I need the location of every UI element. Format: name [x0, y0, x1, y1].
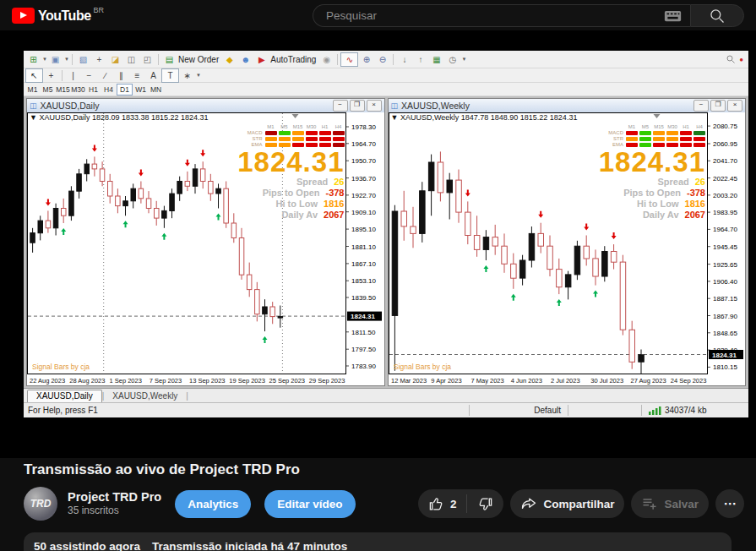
shapes-icon[interactable]: ∗ [179, 69, 195, 82]
chart-daily-body[interactable]: 1978.301964.701950.701936.701922.701909.… [27, 112, 384, 385]
shapes-icon-caret[interactable]: ▼ [196, 73, 201, 78]
timeframe-d1[interactable]: D1 [117, 84, 133, 95]
mt-status-bar: For Help, press F1 Default 34037/4 kb [24, 402, 748, 417]
svg-text:2003.20: 2003.20 [713, 192, 737, 199]
zoom-box-icon[interactable]: ◰ [139, 53, 155, 66]
notifications-icon[interactable]: ◉ [318, 53, 334, 66]
svg-text:1983.95: 1983.95 [713, 209, 737, 216]
restore-button[interactable]: ❐ [710, 100, 726, 112]
metatrader-window: ⊞▼▣▼▧+◪◫◰▤New Order◆☻▶AutoTrading◉∿⊕⊖↓↑▦… [24, 51, 748, 413]
live-description-box[interactable]: 50 assistindo agora Transmissão iniciada… [24, 532, 732, 551]
chart-icon: ◫ [391, 101, 399, 110]
svg-text:1964.70: 1964.70 [713, 226, 737, 233]
search-button[interactable] [690, 4, 744, 27]
text-icon[interactable]: A [145, 69, 161, 82]
label-icon[interactable]: T [161, 68, 179, 83]
more-actions-button[interactable]: ⋯ [715, 489, 744, 518]
svg-text:1848.65: 1848.65 [713, 330, 737, 337]
timeframe-m1[interactable]: M1 [25, 85, 40, 95]
trendline-icon[interactable]: ∕ [97, 69, 113, 82]
chart-weekly-titlebar[interactable]: ◫ XAUUSD,Weekly − ❐ × [389, 99, 746, 112]
timeframe-h4[interactable]: H4 [101, 85, 116, 95]
like-button[interactable]: 2 [418, 489, 467, 518]
dislike-button[interactable] [467, 489, 503, 518]
profiles-icon-caret[interactable]: ▼ [64, 57, 69, 62]
tile-windows-icon[interactable]: ▦ [428, 53, 444, 66]
indicators-icon[interactable]: ∿ [340, 52, 358, 67]
big-price: 1824.31 [599, 148, 705, 177]
search-field[interactable] [313, 4, 690, 27]
period-icon-caret[interactable]: ▼ [461, 57, 466, 62]
search-input[interactable] [313, 8, 690, 23]
save-button[interactable]: Salvar [631, 489, 709, 518]
share-button[interactable]: Compartilhar [510, 489, 624, 518]
timeframe-m15[interactable]: M15 [56, 85, 70, 95]
expert-advisors-icon[interactable]: ◆ [221, 53, 237, 66]
mt-chart-area: ◫ XAUUSD,Daily − ❐ × 1978.301964.701950.… [24, 96, 748, 388]
svg-text:1945.45: 1945.45 [713, 243, 737, 251]
svg-text:1895.10: 1895.10 [351, 226, 376, 233]
stat-pips-to-open: Pips to Open-378 [237, 188, 344, 199]
stat-daily-av: Daily Av2067 [599, 210, 705, 221]
edit-video-button[interactable]: Editar vídeo [264, 490, 355, 518]
close-button[interactable]: × [727, 100, 742, 112]
svg-text:1950.70: 1950.70 [351, 157, 376, 165]
templates-icon[interactable]: ◪ [107, 53, 123, 66]
timeframe-m5[interactable]: M5 [41, 85, 55, 95]
sort-up-icon[interactable]: ↑ [412, 53, 428, 66]
close-button[interactable]: × [367, 100, 382, 112]
search-bar [313, 4, 744, 27]
vline-icon[interactable]: | [65, 69, 81, 82]
traffic-text: 34037/4 kb [665, 406, 707, 415]
youtube-header: YouTube BR [0, 0, 756, 30]
svg-text:1922.70: 1922.70 [351, 192, 376, 199]
minimize-button[interactable]: − [333, 100, 348, 112]
youtube-play-icon [12, 8, 35, 24]
terminal-icon[interactable]: ☻ [237, 53, 253, 66]
timeframe-m30[interactable]: M30 [71, 85, 85, 95]
restore-button[interactable]: ❐ [350, 100, 365, 112]
channel-avatar[interactable]: TRD [24, 487, 57, 521]
new-order-button[interactable]: ▤ [161, 53, 177, 66]
toolbar-separator [72, 54, 73, 65]
crosshair-tool-icon[interactable]: + [91, 53, 107, 66]
hline-icon[interactable]: − [81, 69, 97, 82]
new-order-button-label[interactable]: New Order [178, 55, 219, 64]
search-icon[interactable] [726, 54, 736, 64]
svg-text:9 Apr 2023: 9 Apr 2023 [431, 377, 461, 385]
status-profile[interactable]: Default [469, 405, 568, 416]
crosshair-icon[interactable]: + [43, 69, 59, 82]
autotrading-button[interactable]: ▶ [253, 53, 269, 66]
zoom-out-icon[interactable]: ⊖ [374, 53, 390, 66]
fibonacci-icon[interactable]: ≡ [129, 69, 145, 82]
chart-daily-title: XAUUSD,Daily [41, 101, 100, 111]
timeframe-h1[interactable]: H1 [86, 85, 101, 95]
thumbs-up-icon [428, 496, 444, 512]
stat-spread: Spread26 [237, 177, 344, 188]
autotrading-button-label[interactable]: AutoTrading [270, 55, 316, 64]
zoom-in-icon[interactable]: ⊕ [358, 53, 374, 66]
keyboard-icon[interactable] [664, 10, 682, 25]
period-icon[interactable]: ◷ [444, 53, 460, 66]
chart-weekly-body[interactable]: 2080.752060.952041.702022.452003.201983.… [389, 112, 746, 385]
minimize-button[interactable]: − [693, 100, 709, 112]
mt-tab-weekly[interactable]: XAUUSD,Weekly [104, 390, 186, 402]
channel-name[interactable]: Project TRD Pro [68, 490, 161, 505]
mt-tab-daily[interactable]: XAUUSD,Daily [27, 390, 102, 402]
playlist-add-icon [641, 495, 658, 512]
youtube-logo[interactable]: YouTube BR [12, 8, 104, 24]
tile-icon[interactable]: ◫ [123, 53, 139, 66]
profiles-icon[interactable]: ▣ [47, 53, 63, 66]
chart-daily-ohlc: ▼ XAUUSD,Daily 1828.09 1833.38 1815.22 1… [30, 113, 209, 122]
analytics-button[interactable]: Analytics [175, 490, 251, 518]
chart-daily-titlebar[interactable]: ◫ XAUUSD,Daily − ❐ × [27, 99, 384, 112]
cursor-icon[interactable]: ↖ [25, 68, 43, 83]
new-chart-icon[interactable]: ⊞ [25, 53, 41, 66]
timeframe-w1[interactable]: W1 [133, 85, 148, 95]
svg-text:30 Jul 2023: 30 Jul 2023 [590, 377, 623, 385]
sort-down-icon[interactable]: ↓ [396, 53, 412, 66]
video-player[interactable]: ⊞▼▣▼▧+◪◫◰▤New Order◆☻▶AutoTrading◉∿⊕⊖↓↑▦… [0, 30, 756, 458]
chart-shift-icon[interactable]: ▧ [75, 53, 91, 66]
timeframe-mn[interactable]: MN [149, 85, 163, 95]
channel-icon[interactable]: ∥ [113, 69, 129, 82]
